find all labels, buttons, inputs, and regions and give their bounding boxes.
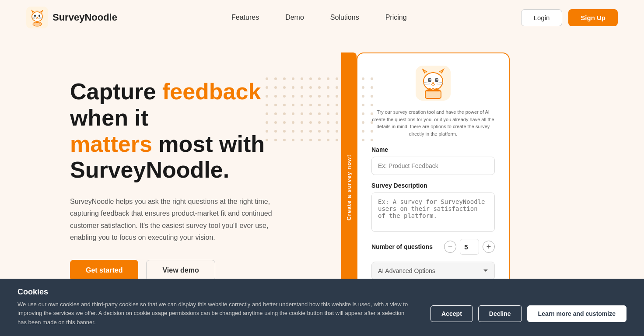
cookie-title: Cookies: [18, 287, 626, 297]
nav-actions: Login Sign Up: [521, 9, 618, 26]
signup-button[interactable]: Sign Up: [568, 9, 618, 26]
svg-point-62: [336, 104, 338, 106]
login-button[interactable]: Login: [521, 9, 563, 26]
nav-features[interactable]: Features: [231, 14, 259, 21]
svg-point-74: [327, 112, 329, 115]
hero-content: Capture feedback when itmatters most wit…: [70, 52, 315, 281]
title-feedback: feedback: [162, 79, 261, 104]
svg-point-129: [437, 79, 438, 80]
svg-point-21: [318, 77, 321, 80]
logo-text: SurveyNoodle: [52, 12, 117, 23]
nav-pricing[interactable]: Pricing: [385, 14, 407, 21]
decrement-button[interactable]: −: [444, 241, 456, 253]
cookie-body: We use our own cookies and third-party c…: [18, 300, 626, 327]
svg-point-87: [327, 121, 329, 124]
decline-cookies-button[interactable]: Decline: [478, 305, 522, 322]
svg-point-113: [327, 139, 329, 141]
svg-point-61: [327, 104, 329, 106]
svg-point-88: [336, 121, 338, 124]
survey-description-input[interactable]: [371, 192, 495, 232]
svg-point-100: [327, 130, 329, 133]
get-started-button[interactable]: Get started: [70, 260, 138, 281]
hero-description: SurveyNoodle helps you ask the right que…: [70, 196, 280, 243]
num-stepper: − +: [444, 239, 495, 255]
svg-point-130: [432, 82, 434, 84]
logo-link[interactable]: SurveyNoodle: [26, 7, 117, 28]
svg-point-49: [336, 95, 338, 98]
card-intro-text: Try our survey creation tool and have th…: [371, 108, 495, 137]
view-demo-button[interactable]: View demo: [146, 260, 215, 281]
logo-icon: [26, 7, 48, 28]
cookie-text: We use our own cookies and third-party c…: [18, 300, 411, 327]
svg-point-22: [327, 77, 329, 80]
cookie-actions: Accept Decline Learn more and customize: [430, 305, 626, 322]
nav-solutions[interactable]: Solutions: [330, 14, 359, 21]
svg-point-47: [318, 95, 321, 98]
svg-point-114: [336, 139, 338, 141]
num-questions-row: Number of questions − +: [371, 239, 495, 255]
num-questions-label: Number of questions: [371, 243, 439, 250]
svg-point-34: [318, 86, 321, 89]
title-matters: matters: [70, 131, 152, 157]
svg-point-48: [327, 95, 329, 98]
ai-advanced-options-dropdown[interactable]: AI Advanced Options Basic Advanced: [371, 262, 495, 280]
num-questions-value[interactable]: [460, 239, 479, 255]
svg-point-86: [318, 121, 321, 124]
hero-buttons: Get started View demo: [70, 260, 315, 281]
name-label: Name: [371, 146, 388, 153]
accept-cookies-button[interactable]: Accept: [430, 305, 473, 322]
navigation: SurveyNoodle Features Demo Solutions Pri…: [0, 0, 644, 35]
svg-point-99: [318, 130, 321, 133]
svg-point-101: [336, 130, 338, 133]
svg-point-75: [336, 112, 338, 115]
svg-point-35: [327, 86, 329, 89]
learn-more-button[interactable]: Learn more and customize: [527, 305, 626, 322]
cookie-banner: Cookies We use our own cookies and third…: [0, 279, 644, 336]
svg-point-73: [318, 112, 321, 115]
title-part1: Capture: [70, 79, 162, 104]
title-part2: when it: [70, 105, 148, 130]
svg-point-112: [318, 139, 321, 141]
nav-links: Features Demo Solutions Pricing: [231, 14, 407, 21]
svg-point-128: [430, 79, 431, 80]
survey-name-input[interactable]: [371, 157, 495, 175]
svg-point-6: [34, 15, 36, 17]
svg-point-60: [318, 104, 321, 106]
description-label: Survey Description: [371, 182, 427, 189]
nav-demo[interactable]: Demo: [285, 14, 304, 21]
increment-button[interactable]: +: [483, 241, 495, 253]
svg-point-36: [336, 86, 338, 89]
svg-point-137: [425, 89, 441, 92]
svg-point-23: [336, 77, 338, 80]
hero-title: Capture feedback when itmatters most wit…: [70, 79, 315, 183]
svg-point-7: [38, 15, 40, 17]
svg-point-8: [37, 17, 38, 18]
card-mascot-icon: [416, 66, 451, 101]
